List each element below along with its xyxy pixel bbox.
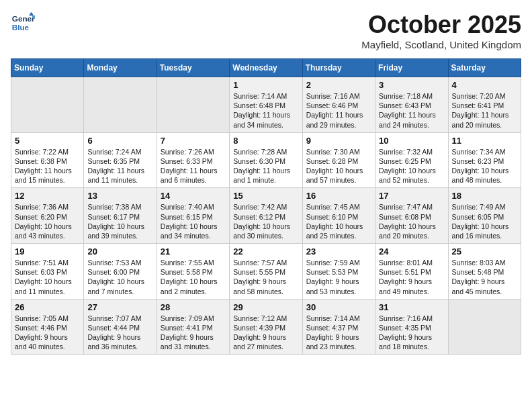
day-number: 15 (233, 191, 298, 201)
logo: General Blue (11, 11, 35, 35)
day-number: 27 (87, 302, 152, 312)
day-number: 31 (379, 302, 444, 312)
calendar-cell: 14Sunrise: 7:40 AMSunset: 6:15 PMDayligh… (157, 188, 229, 244)
calendar-header-row: SundayMondayTuesdayWednesdayThursdayFrid… (11, 59, 521, 77)
day-info: Sunrise: 7:47 AMSunset: 6:08 PMDaylight:… (379, 202, 444, 240)
calendar-cell: 23Sunrise: 7:59 AMSunset: 5:53 PMDayligh… (302, 244, 375, 300)
day-info: Sunrise: 7:16 AMSunset: 4:35 PMDaylight:… (379, 314, 444, 352)
calendar-cell: 7Sunrise: 7:26 AMSunset: 6:33 PMDaylight… (157, 132, 229, 188)
day-number: 24 (379, 246, 444, 257)
day-number: 16 (306, 191, 371, 201)
day-number: 3 (379, 80, 444, 90)
day-number: 22 (233, 246, 298, 257)
day-info: Sunrise: 7:12 AMSunset: 4:39 PMDaylight:… (233, 314, 298, 352)
day-number: 4 (452, 80, 517, 90)
day-info: Sunrise: 7:14 AMSunset: 4:37 PMDaylight:… (306, 314, 371, 352)
day-number: 28 (161, 302, 226, 312)
calendar-cell (11, 77, 84, 133)
calendar-cell: 15Sunrise: 7:42 AMSunset: 6:12 PMDayligh… (230, 188, 302, 244)
calendar-cell: 20Sunrise: 7:53 AMSunset: 6:00 PMDayligh… (84, 244, 157, 300)
day-info: Sunrise: 7:36 AMSunset: 6:20 PMDaylight:… (15, 202, 80, 240)
day-info: Sunrise: 7:51 AMSunset: 6:03 PMDaylight:… (15, 258, 80, 296)
day-number: 17 (379, 191, 444, 201)
day-info: Sunrise: 7:14 AMSunset: 6:48 PMDaylight:… (233, 91, 298, 130)
calendar-cell: 6Sunrise: 7:24 AMSunset: 6:35 PMDaylight… (84, 132, 157, 188)
day-number: 21 (161, 246, 226, 257)
day-info: Sunrise: 7:05 AMSunset: 4:46 PMDaylight:… (15, 314, 80, 352)
day-number: 7 (161, 136, 226, 146)
svg-text:Blue: Blue (12, 23, 30, 32)
calendar-cell: 22Sunrise: 7:57 AMSunset: 5:55 PMDayligh… (230, 244, 302, 300)
calendar-week-row: 1Sunrise: 7:14 AMSunset: 6:48 PMDaylight… (11, 77, 521, 133)
calendar-header-saturday: Saturday (448, 59, 521, 77)
calendar-week-row: 12Sunrise: 7:36 AMSunset: 6:20 PMDayligh… (11, 188, 521, 244)
calendar-week-row: 19Sunrise: 7:51 AMSunset: 6:03 PMDayligh… (11, 244, 521, 300)
day-info: Sunrise: 7:18 AMSunset: 6:43 PMDaylight:… (379, 91, 444, 130)
calendar-cell: 26Sunrise: 7:05 AMSunset: 4:46 PMDayligh… (11, 299, 84, 355)
calendar-cell: 30Sunrise: 7:14 AMSunset: 4:37 PMDayligh… (302, 299, 375, 355)
day-info: Sunrise: 8:03 AMSunset: 5:48 PMDaylight:… (452, 258, 517, 296)
day-number: 1 (233, 80, 298, 90)
calendar-cell: 4Sunrise: 7:20 AMSunset: 6:41 PMDaylight… (448, 77, 521, 133)
day-info: Sunrise: 7:42 AMSunset: 6:12 PMDaylight:… (233, 202, 298, 240)
day-info: Sunrise: 7:59 AMSunset: 5:53 PMDaylight:… (306, 258, 371, 296)
day-info: Sunrise: 8:01 AMSunset: 5:51 PMDaylight:… (379, 258, 444, 296)
day-number: 23 (306, 246, 371, 257)
day-number: 13 (87, 191, 152, 201)
calendar-header-friday: Friday (375, 59, 448, 77)
day-info: Sunrise: 7:45 AMSunset: 6:10 PMDaylight:… (306, 202, 371, 240)
calendar-header-sunday: Sunday (11, 59, 84, 77)
day-info: Sunrise: 7:24 AMSunset: 6:35 PMDaylight:… (87, 147, 152, 185)
day-info: Sunrise: 7:26 AMSunset: 6:33 PMDaylight:… (161, 147, 226, 185)
day-number: 8 (233, 136, 298, 146)
calendar-cell (157, 77, 229, 133)
day-info: Sunrise: 7:34 AMSunset: 6:23 PMDaylight:… (452, 147, 517, 185)
day-info: Sunrise: 7:38 AMSunset: 6:17 PMDaylight:… (87, 202, 152, 240)
calendar-cell: 24Sunrise: 8:01 AMSunset: 5:51 PMDayligh… (375, 244, 448, 300)
subtitle: Mayfield, Scotland, United Kingdom (361, 39, 521, 50)
calendar-cell: 29Sunrise: 7:12 AMSunset: 4:39 PMDayligh… (230, 299, 302, 355)
page-header: General Blue October 2025 Mayfield, Scot… (11, 11, 521, 50)
day-info: Sunrise: 7:07 AMSunset: 4:44 PMDaylight:… (87, 314, 152, 352)
day-number: 19 (15, 246, 80, 257)
day-info: Sunrise: 7:09 AMSunset: 4:41 PMDaylight:… (161, 314, 226, 352)
calendar-cell: 25Sunrise: 8:03 AMSunset: 5:48 PMDayligh… (448, 244, 521, 300)
day-number: 14 (161, 191, 226, 201)
day-info: Sunrise: 7:49 AMSunset: 6:05 PMDaylight:… (452, 202, 517, 240)
calendar-cell (84, 77, 157, 133)
calendar-cell: 2Sunrise: 7:16 AMSunset: 6:46 PMDaylight… (302, 77, 375, 133)
calendar-cell: 1Sunrise: 7:14 AMSunset: 6:48 PMDaylight… (230, 77, 302, 133)
calendar-header-wednesday: Wednesday (230, 59, 302, 77)
day-number: 26 (15, 302, 80, 312)
day-number: 20 (87, 246, 152, 257)
day-info: Sunrise: 7:30 AMSunset: 6:28 PMDaylight:… (306, 147, 371, 185)
calendar-cell: 18Sunrise: 7:49 AMSunset: 6:05 PMDayligh… (448, 188, 521, 244)
day-number: 29 (233, 302, 298, 312)
day-number: 9 (306, 136, 371, 146)
calendar-cell: 17Sunrise: 7:47 AMSunset: 6:08 PMDayligh… (375, 188, 448, 244)
calendar-cell: 13Sunrise: 7:38 AMSunset: 6:17 PMDayligh… (84, 188, 157, 244)
calendar-cell: 5Sunrise: 7:22 AMSunset: 6:38 PMDaylight… (11, 132, 84, 188)
day-info: Sunrise: 7:20 AMSunset: 6:41 PMDaylight:… (452, 91, 517, 130)
day-number: 30 (306, 302, 371, 312)
day-number: 2 (306, 80, 371, 90)
calendar-cell: 28Sunrise: 7:09 AMSunset: 4:41 PMDayligh… (157, 299, 229, 355)
calendar-header-tuesday: Tuesday (157, 59, 229, 77)
calendar-week-row: 26Sunrise: 7:05 AMSunset: 4:46 PMDayligh… (11, 299, 521, 355)
calendar-cell: 3Sunrise: 7:18 AMSunset: 6:43 PMDaylight… (375, 77, 448, 133)
logo-icon: General Blue (11, 11, 35, 35)
calendar-cell: 9Sunrise: 7:30 AMSunset: 6:28 PMDaylight… (302, 132, 375, 188)
day-info: Sunrise: 7:57 AMSunset: 5:55 PMDaylight:… (233, 258, 298, 296)
day-info: Sunrise: 7:32 AMSunset: 6:25 PMDaylight:… (379, 147, 444, 185)
calendar-cell: 11Sunrise: 7:34 AMSunset: 6:23 PMDayligh… (448, 132, 521, 188)
calendar-table: SundayMondayTuesdayWednesdayThursdayFrid… (11, 58, 521, 355)
day-number: 11 (452, 136, 517, 146)
day-info: Sunrise: 7:55 AMSunset: 5:58 PMDaylight:… (161, 258, 226, 296)
day-number: 6 (87, 136, 152, 146)
day-number: 25 (452, 246, 517, 257)
calendar-cell: 10Sunrise: 7:32 AMSunset: 6:25 PMDayligh… (375, 132, 448, 188)
calendar-cell: 16Sunrise: 7:45 AMSunset: 6:10 PMDayligh… (302, 188, 375, 244)
calendar-week-row: 5Sunrise: 7:22 AMSunset: 6:38 PMDaylight… (11, 132, 521, 188)
day-number: 18 (452, 191, 517, 201)
day-info: Sunrise: 7:53 AMSunset: 6:00 PMDaylight:… (87, 258, 152, 296)
